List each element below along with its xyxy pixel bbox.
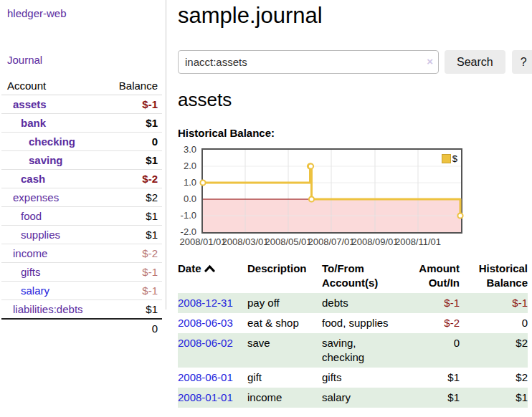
account-row-supplies: supplies $1 bbox=[1, 226, 162, 244]
transaction-accounts: gifts bbox=[322, 368, 398, 388]
account-row-income: income $-2 bbox=[1, 244, 162, 263]
transaction-date-link[interactable]: 2008-06-03 bbox=[178, 317, 233, 329]
transaction-description: income bbox=[247, 388, 322, 408]
account-balance: $-2 bbox=[102, 170, 162, 188]
account-balance: $2 bbox=[102, 188, 162, 207]
register-row: 2008-06-03 eat & shop food, supplies $-2… bbox=[178, 313, 528, 333]
transaction-date-link[interactable]: 2008-12-31 bbox=[178, 297, 233, 309]
sidebar: hledger-web Journal Account Balance asse… bbox=[0, 0, 166, 408]
account-balance: 0 bbox=[102, 133, 162, 151]
account-row-expenses: expenses $2 bbox=[1, 188, 162, 207]
account-link-expenses[interactable]: expenses bbox=[13, 191, 59, 203]
register-header-date[interactable]: Date bbox=[178, 260, 247, 293]
transaction-date-link[interactable]: 2008-06-02 bbox=[178, 337, 233, 349]
app-title: hledger-web bbox=[0, 6, 166, 21]
chart-legend: $ bbox=[442, 153, 457, 164]
sidebar-item-journal[interactable]: Journal bbox=[0, 52, 166, 67]
account-balance: $-1 bbox=[102, 95, 162, 114]
account-link-supplies[interactable]: supplies bbox=[21, 229, 60, 241]
account-balance: $-2 bbox=[102, 244, 162, 263]
help-button[interactable]: ? bbox=[512, 50, 532, 74]
page-title: sample.journal bbox=[178, 3, 532, 29]
account-link-food[interactable]: food bbox=[21, 210, 42, 222]
journal-link[interactable]: Journal bbox=[7, 54, 42, 66]
account-balance: $1 bbox=[102, 151, 162, 170]
register-row: 2008-06-02 save saving, checking 0 $2 bbox=[178, 333, 528, 368]
accounts-header-account: Account bbox=[1, 77, 102, 95]
x-tick-label: 2008/07/01 bbox=[306, 236, 356, 247]
register-header-amount: Amount Out/In bbox=[398, 260, 460, 293]
x-tick-label: 2008/11/01 bbox=[393, 236, 443, 247]
transaction-balance: $1 bbox=[460, 388, 528, 408]
transaction-balance: $2 bbox=[460, 368, 528, 388]
account-row-food: food $1 bbox=[1, 207, 162, 226]
account-link-assets[interactable]: assets bbox=[13, 98, 47, 110]
account-link-saving[interactable]: saving bbox=[29, 154, 63, 166]
account-balance: $1 bbox=[102, 114, 162, 133]
main-content: sample.journal × Search ? assets Histori… bbox=[166, 0, 532, 408]
register-table: Date Description To/From Account(s) Amou… bbox=[178, 260, 528, 408]
accounts-total-value: 0 bbox=[102, 319, 162, 337]
transaction-date-link[interactable]: 2008-01-01 bbox=[178, 391, 233, 403]
register-header-row: Date Description To/From Account(s) Amou… bbox=[178, 260, 528, 293]
search-input[interactable] bbox=[178, 50, 439, 74]
y-tick-label: 2.0 bbox=[175, 161, 196, 171]
chart-plot-area: $ bbox=[201, 148, 462, 234]
account-row-checking: checking 0 bbox=[1, 133, 162, 151]
chart-label: Historical Balance: bbox=[178, 127, 532, 139]
register-header-description: Description bbox=[247, 260, 322, 293]
y-tick-label: -2.0 bbox=[175, 227, 196, 237]
account-link-checking[interactable]: checking bbox=[29, 135, 75, 148]
transaction-amount: $-1 bbox=[398, 293, 460, 313]
account-link-income[interactable]: income bbox=[13, 247, 47, 259]
transaction-balance: $2 bbox=[460, 333, 528, 368]
register-row: 2008-12-31 pay off debts $-1 $-1 bbox=[178, 293, 528, 313]
transaction-description: eat & shop bbox=[247, 313, 322, 333]
transaction-description: save bbox=[247, 333, 322, 368]
register-row: 2008-06-01 gift gifts $1 $2 bbox=[178, 368, 528, 388]
transaction-accounts: saving, checking bbox=[322, 333, 398, 368]
app-title-link[interactable]: hledger-web bbox=[7, 7, 67, 19]
accounts-table: Account Balance assets $-1 bank $1 check… bbox=[1, 77, 162, 337]
register-header-accounts: To/From Account(s) bbox=[322, 260, 398, 293]
account-link-salary[interactable]: salary bbox=[21, 284, 49, 297]
transaction-amount: $-2 bbox=[398, 313, 460, 333]
y-tick-label: 0.0 bbox=[175, 194, 196, 204]
account-row-liabilities-debts: liabilities:debts $1 bbox=[1, 300, 162, 320]
transaction-balance: $-1 bbox=[460, 293, 528, 313]
search-box: × bbox=[178, 50, 439, 74]
account-link-cash[interactable]: cash bbox=[21, 173, 45, 185]
chart-y-axis-labels: 3.02.01.00.0-1.0-2.0 bbox=[178, 148, 196, 234]
chart-x-axis-labels: 2008/01/012008/03/012008/05/012008/07/01… bbox=[201, 236, 462, 248]
search-row: × Search ? bbox=[178, 50, 532, 74]
transaction-accounts: debts bbox=[322, 293, 398, 313]
search-button[interactable]: Search bbox=[445, 50, 505, 74]
sort-ascending-icon bbox=[204, 262, 215, 276]
account-balance: $-1 bbox=[102, 282, 162, 300]
transaction-balance: 0 bbox=[460, 313, 528, 333]
register-row: 2008-01-01 income salary $1 $1 bbox=[178, 388, 528, 408]
account-balance: $1 bbox=[102, 207, 162, 226]
transaction-accounts: salary bbox=[322, 388, 398, 408]
transaction-description: gift bbox=[247, 368, 322, 388]
clear-search-icon[interactable]: × bbox=[427, 55, 433, 68]
account-row-cash: cash $-2 bbox=[1, 170, 162, 188]
accounts-total-row: 0 bbox=[1, 319, 162, 337]
transaction-amount: 0 bbox=[398, 333, 460, 368]
accounts-header-balance: Balance bbox=[102, 77, 162, 95]
account-link-gifts[interactable]: gifts bbox=[21, 266, 41, 278]
account-row-salary: salary $-1 bbox=[1, 282, 162, 300]
account-row-saving: saving $1 bbox=[1, 151, 162, 170]
register-header-balance: Historical Balance bbox=[460, 260, 528, 293]
chart-svg bbox=[203, 150, 461, 232]
y-tick-label: -1.0 bbox=[175, 211, 196, 221]
transaction-description: pay off bbox=[247, 293, 322, 313]
account-link-bank[interactable]: bank bbox=[21, 117, 46, 129]
account-heading: assets bbox=[178, 89, 532, 111]
account-balance: $1 bbox=[102, 300, 162, 320]
historical-balance-chart: 3.02.01.00.0-1.0-2.0 $ 2008/01/012008/03… bbox=[178, 148, 532, 249]
account-link-liabilities-debts[interactable]: liabilities:debts bbox=[13, 303, 83, 315]
transaction-date-link[interactable]: 2008-06-01 bbox=[178, 371, 233, 383]
transaction-amount: $1 bbox=[398, 368, 460, 388]
legend-swatch bbox=[442, 154, 451, 163]
